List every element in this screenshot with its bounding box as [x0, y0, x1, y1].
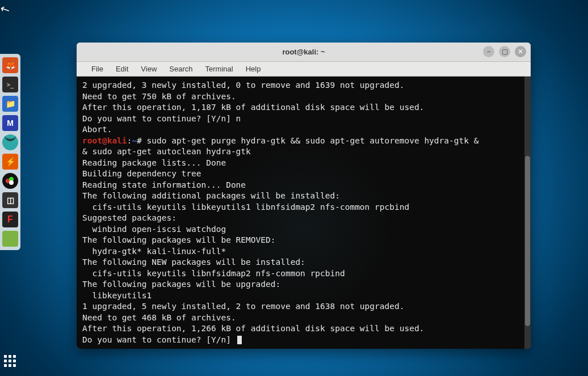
term-line: Suggested packages:: [82, 213, 177, 222]
term-line: Need to get 468 kB of archives.: [82, 313, 236, 322]
prompt-hash: #: [137, 136, 146, 145]
term-line: Abort.: [82, 125, 112, 134]
term-line: After this operation, 1,266 kB of additi…: [82, 324, 424, 333]
menu-file[interactable]: File: [86, 64, 109, 74]
titlebar[interactable]: root@kali: ~ − ▢ ✕: [77, 43, 531, 62]
terminal-window: root@kali: ~ − ▢ ✕ File Edit View Search…: [77, 43, 531, 349]
dock: 🦊 >_ 📁 M ⚡ ◫ F: [0, 54, 20, 250]
armitage-icon[interactable]: [2, 134, 18, 150]
term-line: Reading package lists... Done: [82, 158, 226, 167]
cursor-arrow: ↖: [0, 1, 12, 18]
svg-point-2: [9, 180, 14, 185]
notes-icon[interactable]: [2, 231, 18, 247]
term-cmd: & sudo apt-get autoclean hydra-gtk: [82, 147, 251, 156]
pattern-icon[interactable]: ◫: [2, 192, 18, 208]
window-controls: − ▢ ✕: [483, 46, 526, 57]
prompt-path: ~: [132, 136, 137, 145]
scrollbar[interactable]: [524, 77, 531, 349]
menu-search[interactable]: Search: [163, 64, 198, 74]
term-line: After this operation, 1,187 kB of additi…: [82, 103, 424, 112]
menu-help[interactable]: Help: [240, 64, 267, 74]
minimize-button[interactable]: −: [483, 46, 494, 57]
terminal-body: 2 upgraded, 3 newly installed, 0 to remo…: [77, 77, 531, 349]
files-icon[interactable]: 📁: [2, 96, 18, 112]
zap-icon[interactable]: ⚡: [2, 154, 18, 170]
term-cmd: sudo apt-get purge hydra-gtk && sudo apt…: [147, 136, 479, 145]
prompt-sep: :: [127, 136, 132, 145]
menubar: File Edit View Search Terminal Help: [77, 62, 531, 77]
term-line: The following NEW packages will be insta…: [82, 257, 305, 267]
cursor-icon: [237, 336, 242, 344]
term-line: Need to get 750 kB of archives.: [82, 92, 236, 101]
term-line: The following additional packages will b…: [82, 191, 340, 200]
term-line: cifs-utils keyutils libkeyutils1 libnfsi…: [82, 202, 409, 212]
term-line: The following packages will be REMOVED:: [82, 235, 275, 244]
fscript-icon[interactable]: F: [2, 212, 18, 227]
term-line: Do you want to continue? [Y/n]: [82, 335, 236, 344]
menu-edit[interactable]: Edit: [110, 64, 134, 74]
firefox-icon[interactable]: 🦊: [2, 57, 18, 73]
menu-terminal[interactable]: Terminal: [200, 64, 239, 74]
scroll-thumb[interactable]: [525, 156, 530, 326]
show-apps-icon[interactable]: [4, 355, 16, 367]
maximize-button[interactable]: ▢: [499, 46, 510, 57]
menu-view[interactable]: View: [135, 64, 162, 74]
term-line: libkeyutils1: [82, 291, 152, 300]
term-line: The following packages will be upgraded:: [82, 280, 280, 289]
terminal-icon[interactable]: >_: [2, 77, 18, 92]
term-line: 2 upgraded, 3 newly installed, 0 to remo…: [82, 81, 404, 90]
window-title: root@kali: ~: [282, 48, 325, 56]
term-line: Building dependency tree: [82, 169, 201, 178]
term-line: 1 upgraded, 5 newly installed, 2 to remo…: [82, 302, 404, 311]
term-line: cifs-utils keyutils libnfsidmap2 nfs-com…: [82, 269, 345, 278]
term-line: Reading state information... Done: [82, 180, 246, 189]
term-line: hydra-gtk* kali-linux-full*: [82, 247, 226, 256]
term-line: Do you want to continue? [Y/n] n: [82, 114, 241, 123]
term-line: winbind open-iscsi watchdog: [82, 225, 226, 234]
prompt-user: root@kali: [82, 136, 127, 145]
close-button[interactable]: ✕: [515, 46, 526, 57]
metasploit-icon[interactable]: M: [2, 115, 18, 131]
obs-icon[interactable]: [2, 173, 18, 189]
terminal-output[interactable]: 2 upgraded, 3 newly installed, 0 to remo…: [77, 77, 531, 349]
